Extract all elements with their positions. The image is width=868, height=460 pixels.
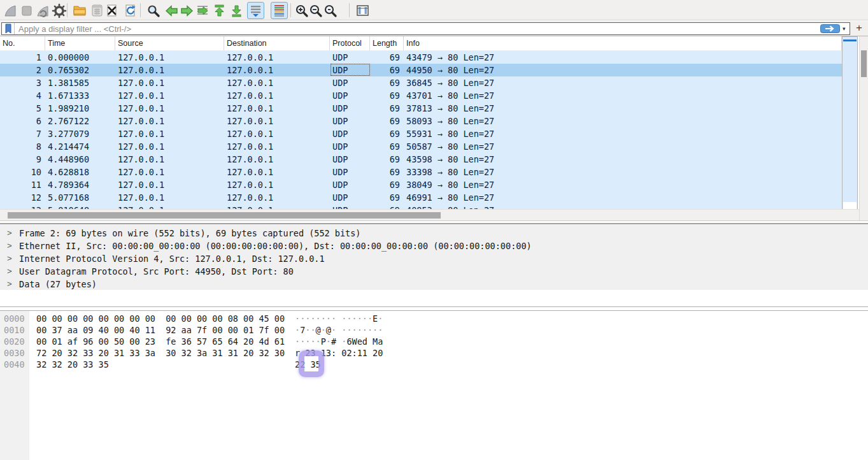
zoom-normal-button[interactable] (322, 2, 339, 19)
cell-time: 1.381585 (45, 76, 115, 89)
cell-source: 127.0.0.1 (115, 191, 224, 204)
file-close-button[interactable] (103, 2, 120, 19)
hex-row-0000[interactable]: 000000 00 00 00 00 00 00 00 00 00 00 00 … (0, 313, 868, 324)
cell-length: 69 (370, 51, 404, 64)
column-header-no[interactable]: No. (0, 36, 45, 50)
horizontal-scrollbar[interactable] (0, 209, 859, 221)
packet-row-8[interactable]: 84.214474127.0.0.1127.0.0.1UDP6950587 → … (0, 140, 842, 153)
reload-file-button[interactable] (122, 2, 139, 19)
go-first-packet-button[interactable] (211, 2, 228, 19)
file-open-button[interactable] (71, 2, 88, 19)
detail-line-4[interactable]: >Data (27 bytes) (0, 278, 868, 291)
column-header-length[interactable]: Length (370, 36, 404, 50)
expand-chevron-icon[interactable]: > (7, 278, 12, 291)
packet-row-5[interactable]: 51.989210127.0.0.1127.0.0.1UDP6937813 → … (0, 102, 842, 115)
expand-chevron-icon[interactable]: > (7, 240, 12, 252)
column-header-destination[interactable]: Destination (224, 36, 330, 50)
go-to-packet-button[interactable] (194, 2, 211, 19)
packet-row-3[interactable]: 31.381585127.0.0.1127.0.0.1UDP6936845 → … (0, 76, 842, 89)
filter-bookmark-button[interactable] (2, 23, 15, 34)
add-filter-button[interactable]: + (854, 22, 864, 34)
apply-filter-button[interactable] (820, 24, 840, 36)
colorize-packets-button[interactable] (271, 2, 288, 19)
cell-destination: 127.0.0.1 (224, 76, 330, 89)
hex-bytes: 32 32 20 33 35 (36, 359, 109, 370)
vertical-scrollbar-thumb[interactable] (861, 50, 867, 77)
expand-chevron-icon[interactable]: > (7, 227, 12, 240)
column-header-info[interactable]: Info (404, 36, 842, 50)
toolbar-separator (140, 3, 141, 17)
detail-line-3[interactable]: >User Datagram Protocol, Src Port: 44950… (0, 265, 868, 278)
cell-no: 9 (0, 153, 45, 166)
packet-row-13[interactable]: 135.810648127.0.0.1127.0.0.1UDP6940853 →… (0, 204, 842, 209)
column-header-time[interactable]: Time (45, 36, 115, 50)
packet-row-7[interactable]: 73.277079127.0.0.1127.0.0.1UDP6955931 → … (0, 127, 842, 140)
auto-scroll-button[interactable] (247, 2, 264, 19)
packet-row-9[interactable]: 94.448960127.0.0.1127.0.0.1UDP6943598 → … (0, 153, 842, 166)
go-forward-button[interactable] (178, 2, 195, 19)
detail-line-1[interactable]: >Ethernet II, Src: 00:00:00_00:00:00 (00… (0, 240, 868, 252)
cell-protocol: UDP (330, 76, 370, 89)
expand-chevron-icon[interactable]: > (7, 252, 12, 265)
capture-options-icon (52, 3, 67, 18)
packet-row-1[interactable]: 10.000000127.0.0.1127.0.0.1UDP6943479 → … (0, 51, 842, 64)
cell-time: 0.000000 (45, 51, 115, 64)
cell-source: 127.0.0.1 (115, 115, 224, 127)
apply-arrow-icon (820, 24, 840, 33)
cell-length: 69 (370, 102, 404, 115)
column-header-protocol[interactable]: Protocol (330, 36, 370, 50)
hex-row-0030[interactable]: 003072 20 32 33 20 31 33 3a 30 32 3a 31 … (0, 347, 868, 359)
go-last-packet-button[interactable] (228, 2, 245, 19)
zoom-normal-icon (323, 3, 338, 18)
horizontal-scrollbar-thumb[interactable] (8, 212, 441, 219)
cell-source: 127.0.0.1 (115, 178, 224, 191)
detail-line-2[interactable]: >Internet Protocol Version 4, Src: 127.0… (0, 252, 868, 265)
capture-start-button[interactable] (1, 2, 18, 19)
find-packet-button[interactable] (145, 2, 162, 19)
vertical-scrollbar[interactable] (859, 36, 868, 221)
packet-row-11[interactable]: 114.789364127.0.0.1127.0.0.1UDP6938049 →… (0, 178, 842, 191)
cell-source: 127.0.0.1 (115, 153, 224, 166)
cell-protocol: UDP (330, 191, 370, 204)
filter-dropdown-caret[interactable]: ▾ (843, 25, 846, 32)
detail-line-0[interactable]: >Frame 2: 69 bytes on wire (552 bits), 6… (0, 227, 868, 240)
capture-stop-button[interactable] (18, 2, 35, 19)
go-last-packet-icon (229, 3, 245, 18)
cell-no: 11 (0, 178, 45, 191)
resize-columns-button[interactable] (354, 2, 371, 19)
expand-chevron-icon[interactable]: > (7, 265, 12, 278)
hex-row-0010[interactable]: 001000 37 aa 09 40 00 40 11 92 aa 7f 00 … (0, 324, 868, 336)
cell-time: 0.765302 (45, 64, 115, 76)
cell-destination: 127.0.0.1 (224, 166, 330, 178)
cell-time: 1.989210 (45, 102, 115, 115)
details-bytes-splitter[interactable] (0, 306, 868, 307)
hex-bytes: 00 00 00 00 00 00 00 00 00 00 00 00 08 0… (36, 313, 285, 324)
toolbar-separator (67, 3, 68, 17)
hex-rows: 000000 00 00 00 00 00 00 00 00 00 00 00 … (0, 313, 868, 370)
packet-row-4[interactable]: 41.671333127.0.0.1127.0.0.1UDP6943701 → … (0, 89, 842, 102)
cell-time: 2.767122 (45, 115, 115, 127)
display-filter-input[interactable]: Apply a display filter ... <Ctrl-/> ▾ (1, 22, 850, 35)
cell-length: 69 (370, 89, 404, 102)
packet-list-details-splitter[interactable] (0, 220, 868, 221)
intelligent-scrollbar-map[interactable] (842, 36, 858, 211)
cell-no: 3 (0, 76, 45, 89)
packet-row-10[interactable]: 104.628818127.0.0.1127.0.0.1UDP6933398 →… (0, 166, 842, 178)
detail-line-text: User Datagram Protocol, Src Port: 44950,… (19, 265, 294, 278)
cell-destination: 127.0.0.1 (224, 191, 330, 204)
hex-row-0020[interactable]: 002000 01 af 96 00 50 00 23 fe 36 57 65 … (0, 336, 868, 347)
column-header-source[interactable]: Source (115, 36, 224, 50)
packet-row-12[interactable]: 125.077168127.0.0.1127.0.0.1UDP6946991 →… (0, 191, 842, 204)
packet-row-6[interactable]: 62.767122127.0.0.1127.0.0.1UDP6958093 → … (0, 115, 842, 127)
cell-protocol: UDP (330, 166, 370, 178)
hex-row-0040[interactable]: 004032 32 20 33 3522 35 (0, 359, 868, 370)
capture-restart-button[interactable] (34, 2, 51, 19)
capture-options-button[interactable] (50, 2, 68, 19)
packet-row-2[interactable]: 20.765302127.0.0.1127.0.0.1UDP6944950 → … (0, 64, 842, 76)
zoom-out-icon (308, 3, 324, 18)
cell-no: 5 (0, 102, 45, 115)
cell-destination: 127.0.0.1 (224, 89, 330, 102)
hex-ascii: ·7··@·@· ········ (295, 324, 383, 336)
cell-info: 44950 → 80 Len=27 (404, 64, 842, 76)
cell-info: 37813 → 80 Len=27 (404, 102, 842, 115)
